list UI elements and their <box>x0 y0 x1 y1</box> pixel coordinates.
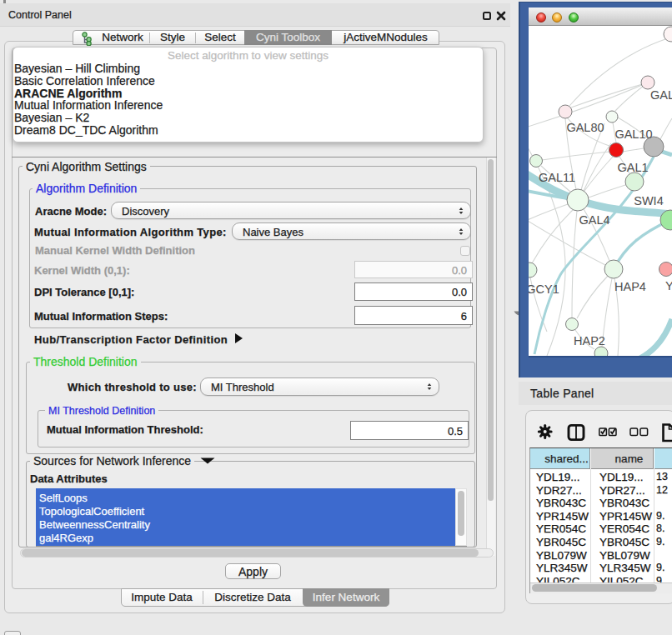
svg-text:GAL11: GAL11 <box>539 171 575 184</box>
svg-text:HAP4: HAP4 <box>614 280 646 293</box>
svg-text:GAL1: GAL1 <box>617 161 648 174</box>
svg-text:YEL: YEL <box>665 279 672 292</box>
svg-text:GAL4: GAL4 <box>579 213 609 227</box>
svg-text:HAP2: HAP2 <box>574 334 605 348</box>
svg-text:GAL7: GAL7 <box>650 88 672 102</box>
svg-text:GAL10: GAL10 <box>614 128 652 141</box>
svg-text:SWI4: SWI4 <box>634 194 663 208</box>
svg-text:GCY1: GCY1 <box>529 282 559 296</box>
svg-text:GAL80: GAL80 <box>566 121 604 134</box>
